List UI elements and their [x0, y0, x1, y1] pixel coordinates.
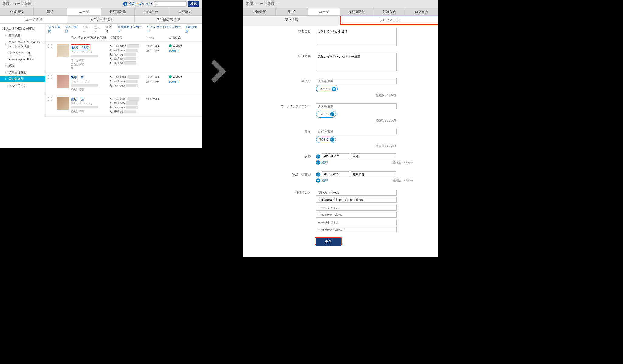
remove-row-icon[interactable]: ×	[316, 154, 320, 159]
sidebar-item[interactable]: 〉エンジニアリング＆オペレーション統括	[0, 39, 45, 50]
tab-user[interactable]: ユーザ	[67, 8, 101, 15]
breadcrumb-1[interactable]: ユーザ管理	[13, 1, 32, 6]
import-export[interactable]: ↶ インポート/エクスポート	[147, 25, 182, 33]
tab-log[interactable]: ログ出力	[168, 8, 202, 15]
sidebar-item[interactable]: Phone Appli Global	[0, 57, 45, 62]
add-award-link[interactable]: 追加	[322, 178, 328, 183]
mail-icon	[146, 80, 149, 83]
input-summary[interactable]	[316, 53, 397, 71]
sidebar-company[interactable]: 株式会社PHONE APPLI	[0, 26, 45, 32]
tag-tool[interactable]: ツール×	[316, 111, 336, 118]
update-button[interactable]: 更新	[316, 238, 341, 246]
search-option-link[interactable]: 検索オプション	[129, 2, 152, 6]
breadcrumb-0[interactable]: 管理	[2, 1, 10, 6]
sidebar-item[interactable]: 〉技術管理機器	[0, 69, 45, 76]
tab-company[interactable]: 企業情報	[0, 8, 34, 15]
add-history-link[interactable]: 追加	[322, 160, 328, 165]
subtab-basic[interactable]: 基本情報	[243, 16, 340, 25]
tag-skill[interactable]: スキル1×	[316, 86, 338, 92]
prev-page[interactable]: < 前へ	[83, 25, 91, 33]
mail-link[interactable]: メール1	[146, 75, 169, 79]
mail-link[interactable]: メール1	[146, 97, 169, 101]
subtab-profile[interactable]: プロフィール	[340, 16, 438, 25]
sidebar-item[interactable]: ヘルプライン	[0, 82, 45, 89]
mail-link[interactable]: メール1	[146, 44, 169, 48]
webex-link[interactable]: Webex	[169, 75, 199, 78]
input-history-date[interactable]	[322, 153, 349, 159]
remove-row-icon[interactable]: ×	[316, 172, 320, 177]
tab-notice[interactable]: お知らせ	[373, 8, 405, 15]
search-button[interactable]: 検索	[188, 1, 199, 7]
input-hitokoto[interactable]	[316, 28, 397, 46]
tab-dept[interactable]: 部署	[34, 8, 67, 15]
tab-shared[interactable]: 共有電話帳	[101, 8, 135, 15]
subtab-user-manage[interactable]: ユーザ管理	[0, 16, 67, 23]
photo-import[interactable]: ↻ 顔写真インポート	[118, 25, 144, 33]
subtab-proxy-manage[interactable]: 代理編集者管理	[135, 16, 202, 23]
input-skill-tag[interactable]	[316, 78, 397, 84]
user-name-link[interactable]: 飯野 雅彦	[72, 45, 89, 49]
tab-shared[interactable]: 共有電話帳	[340, 8, 373, 15]
add-new[interactable]: + 新規追加	[185, 25, 199, 33]
add-row-icon[interactable]: +	[316, 160, 320, 165]
input-link-title-3[interactable]	[316, 220, 397, 225]
next-page[interactable]: 次へ >	[94, 26, 102, 33]
remove-tag-icon[interactable]: ×	[330, 137, 334, 142]
col-phone: 電話番号	[110, 36, 146, 40]
row-checkbox[interactable]	[48, 97, 52, 101]
row-checkbox[interactable]	[48, 75, 52, 79]
remove-tag-icon[interactable]: ×	[332, 87, 336, 91]
mail-link[interactable]: メール2	[146, 80, 169, 84]
phone-icon	[110, 76, 113, 78]
remove-tag-icon[interactable]: ×	[330, 112, 334, 116]
sidebar-item-label: エンジニアリング＆オペレーション統括	[9, 40, 43, 49]
header: 管理 - ユーザ管理 〉	[243, 0, 438, 8]
tab-log[interactable]: ログ出力	[405, 8, 438, 15]
tab-user[interactable]: ユーザ	[308, 8, 341, 15]
row-checkbox[interactable]	[48, 44, 52, 48]
label-tool: ツール&テクノロジー	[243, 103, 316, 123]
sidebar-item[interactable]: PAベンチャーズ	[0, 50, 45, 57]
user-name-link[interactable]: 渡辺 遥	[71, 97, 84, 101]
deselect-all[interactable]: すべて解除	[65, 25, 80, 33]
tab-company[interactable]: 企業情報	[243, 8, 276, 15]
profile-form: ひとこと 職務概要 スキル スキル1× 登録数：1 / 20件 ツール&テクノロ…	[243, 25, 438, 249]
sidebar: 株式会社PHONE APPLI 〉営業統括〉エンジニアリング＆オペレーション統括…	[0, 24, 46, 117]
input-qual-tag[interactable]	[316, 129, 397, 134]
main-area: すべて選択 すべて解除 < 前へ 次へ > 全 3 件 ↻ 顔写真インポート ↶…	[46, 24, 202, 117]
user-name-link[interactable]: 柄本 希	[71, 75, 84, 79]
input-award-date[interactable]	[322, 171, 349, 177]
sidebar-item[interactable]: 〉施設	[0, 62, 45, 69]
add-row-icon[interactable]: +	[316, 178, 320, 183]
tab-dept[interactable]: 部署	[276, 8, 308, 15]
sidebar-item[interactable]: 〉国内営業部	[0, 76, 45, 82]
webex-link[interactable]: Webex	[169, 44, 199, 47]
user-row: 柄本 希エモト ノゾミ国内営業部内線 2001xxxxx会社 090xxxxx個…	[46, 73, 202, 94]
breadcrumb-sep: -	[11, 2, 12, 6]
plus-circle-icon[interactable]: +	[123, 2, 127, 6]
zoom-link[interactable]: zoom	[169, 48, 199, 53]
mail-link[interactable]: メール2	[146, 49, 169, 53]
select-all[interactable]: すべて選択	[48, 25, 62, 33]
tab-notice[interactable]: お知らせ	[135, 8, 168, 15]
breadcrumb-1[interactable]: ユーザ管理	[256, 1, 275, 6]
input-link-url-3[interactable]	[316, 227, 397, 232]
input-link-url-2[interactable]	[316, 212, 397, 218]
tag-qual[interactable]: TOEIC×	[316, 136, 336, 143]
breadcrumb-0[interactable]: 管理	[246, 1, 253, 6]
input-tool-tag[interactable]	[316, 103, 397, 109]
input-history-desc[interactable]	[351, 153, 396, 159]
input-award-desc[interactable]	[351, 171, 396, 177]
right-panel: 管理 - ユーザ管理 〉 企業情報 部署 ユーザ 共有電話帳 お知らせ ログ出力…	[243, 0, 438, 257]
toolbar: すべて選択 すべて解除 < 前へ 次へ > 全 3 件 ↻ 顔写真インポート ↶…	[46, 24, 202, 35]
user-row: 渡辺 遥ワタナベ ハルカ国内営業部内線 2000xxxxx会社 090xxxxx…	[46, 94, 202, 117]
input-link-title-1[interactable]	[316, 190, 397, 196]
input-link-title-2[interactable]	[316, 205, 397, 211]
sidebar-item[interactable]: 〉営業統括	[0, 32, 45, 39]
zoom-link[interactable]: zoom	[169, 79, 199, 84]
input-link-url-1[interactable]	[316, 197, 397, 203]
phone-icon	[110, 98, 113, 100]
chevron-right-icon: 〉	[5, 64, 8, 68]
search-input[interactable]	[153, 1, 187, 7]
subtab-tag-manage[interactable]: タグデータ管理	[67, 16, 135, 23]
